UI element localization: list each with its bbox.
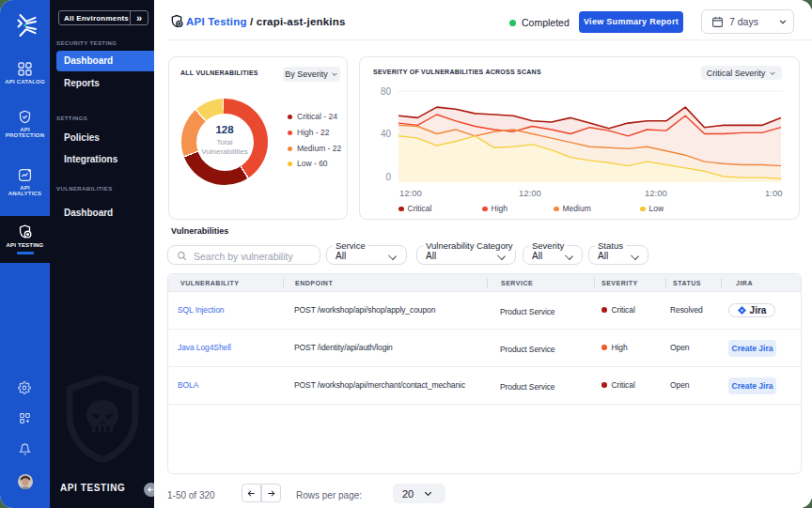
svg-text:40: 40 xyxy=(381,129,392,139)
svg-text:0: 0 xyxy=(385,172,391,182)
svg-text:80: 80 xyxy=(381,86,392,97)
